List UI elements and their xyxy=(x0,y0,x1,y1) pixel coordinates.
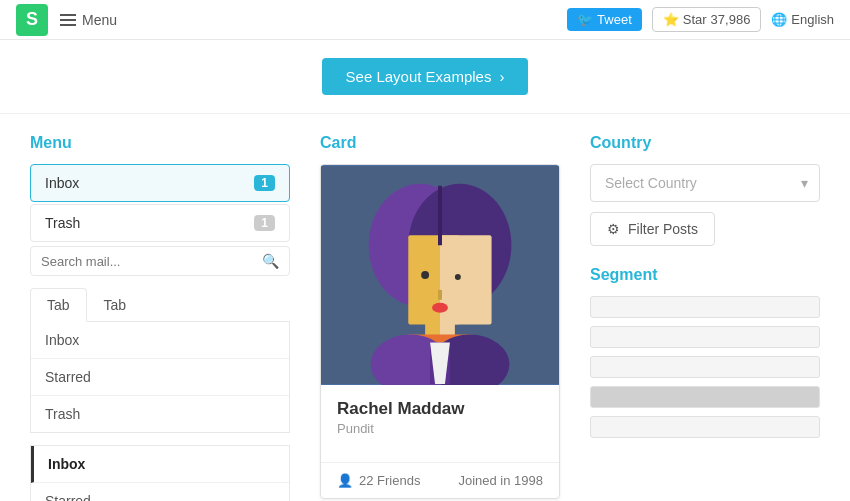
cta-label: See Layout Examples xyxy=(346,68,492,85)
filter-icon: ⚙ xyxy=(607,221,620,237)
card-section-title: Card xyxy=(320,134,560,152)
svg-point-7 xyxy=(455,274,461,280)
svg-rect-5 xyxy=(438,186,442,246)
dropdown-section-title: Country xyxy=(590,134,820,152)
card-friends: 👤 22 Friends xyxy=(337,473,420,488)
inbox-label: Inbox xyxy=(45,175,79,191)
language-button[interactable]: 🌐 English xyxy=(771,12,834,27)
list-item[interactable]: Inbox xyxy=(31,322,289,359)
globe-icon: 🌐 xyxy=(771,12,787,27)
see-layout-button[interactable]: See Layout Examples › xyxy=(322,58,529,95)
tweet-label: Tweet xyxy=(597,12,632,27)
card-column: Card xyxy=(320,134,560,501)
card-footer: 👤 22 Friends Joined in 1998 xyxy=(321,462,559,498)
joined-date: Joined in 1998 xyxy=(458,473,543,488)
card-name: Rachel Maddaw xyxy=(337,399,543,419)
tab-1[interactable]: Tab xyxy=(30,288,87,322)
trash-label: Trash xyxy=(45,215,80,231)
friends-icon: 👤 xyxy=(337,473,353,488)
segment-bar-2 xyxy=(590,326,820,348)
tab-2[interactable]: Tab xyxy=(87,288,144,321)
header: S Menu 🐦 Tweet ⭐ Star 37,986 🌐 English xyxy=(0,0,850,40)
list-item[interactable]: Trash xyxy=(31,396,289,432)
filter-label: Filter Posts xyxy=(628,221,698,237)
search-icon: 🔍 xyxy=(262,253,279,269)
header-actions: 🐦 Tweet ⭐ Star 37,986 🌐 English xyxy=(567,7,834,32)
star-icon: ⭐ xyxy=(663,12,679,27)
card-body: Rachel Maddaw Pundit xyxy=(321,385,559,462)
inbox-badge: 1 xyxy=(254,175,275,191)
hamburger-icon xyxy=(60,14,76,26)
card-image xyxy=(321,165,559,385)
list-item[interactable]: Starred xyxy=(31,359,289,396)
svg-point-9 xyxy=(432,303,448,313)
svg-rect-4 xyxy=(440,235,492,324)
tweet-button[interactable]: 🐦 Tweet xyxy=(567,8,642,31)
tabs: Tab Tab xyxy=(30,288,290,322)
main-content: Menu Inbox 1 Trash 1 🔍 Tab Tab Inbox Sta… xyxy=(0,114,850,501)
segment-bar-3 xyxy=(590,356,820,378)
segment-bar-5 xyxy=(590,416,820,438)
lang-label: English xyxy=(791,12,834,27)
menu-section-title: Menu xyxy=(30,134,290,152)
avatar-illustration xyxy=(321,165,559,385)
chevron-right-icon: › xyxy=(499,68,504,85)
svg-rect-8 xyxy=(438,290,442,300)
list-item-2-starred[interactable]: Starred xyxy=(31,483,289,501)
card-subtitle: Pundit xyxy=(337,421,543,436)
right-column: Country Select Country United States Uni… xyxy=(590,134,820,501)
country-select[interactable]: Select Country United States United King… xyxy=(590,164,820,202)
menu-label: Menu xyxy=(82,12,117,28)
country-select-wrapper: Select Country United States United King… xyxy=(590,164,820,202)
svg-point-6 xyxy=(421,271,429,279)
filter-posts-button[interactable]: ⚙ Filter Posts xyxy=(590,212,715,246)
friends-count: 22 Friends xyxy=(359,473,420,488)
star-label: Star xyxy=(683,12,707,27)
search-box[interactable]: 🔍 xyxy=(30,246,290,276)
segment-section-title: Segment xyxy=(590,266,820,284)
tab-list-2: Inbox Starred Trash xyxy=(30,445,290,501)
menu-item-trash[interactable]: Trash 1 xyxy=(30,204,290,242)
search-input[interactable] xyxy=(41,254,262,269)
tab-list-1: Inbox Starred Trash xyxy=(30,322,290,433)
logo-letter: S xyxy=(26,9,38,30)
segment-bar-4 xyxy=(590,386,820,408)
logo: S xyxy=(16,4,48,36)
trash-badge: 1 xyxy=(254,215,275,231)
twitter-icon: 🐦 xyxy=(577,12,593,27)
profile-card: Rachel Maddaw Pundit 👤 22 Friends Joined… xyxy=(320,164,560,499)
segment-bar-1 xyxy=(590,296,820,318)
menu-column: Menu Inbox 1 Trash 1 🔍 Tab Tab Inbox Sta… xyxy=(30,134,290,501)
menu-item-inbox[interactable]: Inbox 1 xyxy=(30,164,290,202)
star-button[interactable]: ⭐ Star 37,986 xyxy=(652,7,762,32)
hero-bar: See Layout Examples › xyxy=(0,40,850,114)
menu-toggle[interactable]: Menu xyxy=(60,12,117,28)
list-item-2-inbox[interactable]: Inbox xyxy=(31,446,289,483)
star-count: 37,986 xyxy=(711,12,751,27)
